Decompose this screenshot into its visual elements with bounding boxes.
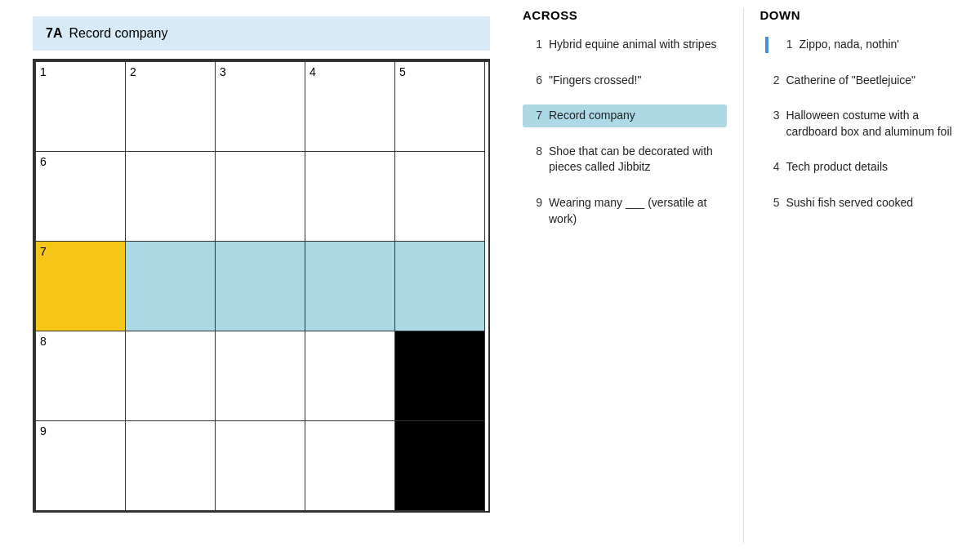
grid-cell[interactable] (395, 152, 485, 242)
grid-cell[interactable]: 7 (36, 242, 126, 331)
clue-number: 5 (765, 195, 780, 211)
active-clue-header: 7ARecord company (33, 16, 490, 51)
grid-cell[interactable]: 5 (395, 62, 485, 152)
clue-text: Zippo, nada, nothin' (800, 37, 900, 53)
clue-number: 7 (528, 108, 542, 124)
grid-cell[interactable] (216, 242, 305, 331)
grid-cell[interactable]: 1 (36, 62, 126, 152)
grid-cell[interactable] (395, 242, 485, 331)
clue-number: 1 (528, 37, 542, 53)
cell-number: 1 (40, 65, 47, 78)
grid-cell[interactable] (305, 331, 395, 421)
clues-panel: ACROSS 1Hybrid equine animal with stripe… (506, 0, 980, 551)
across-clue-item[interactable]: 8Shoe that can be decorated with pieces … (523, 140, 727, 179)
down-clues-list: 1Zippo, nada, nothin'2Catherine of "Beet… (760, 33, 964, 215)
clue-number: 3 (765, 108, 780, 140)
cell-number: 3 (220, 65, 226, 78)
across-clue-item[interactable]: 9Wearing many ___ (versatile at work) (523, 192, 727, 230)
grid-cell[interactable] (395, 421, 485, 511)
clue-text: Hybrid equine animal with stripes (549, 37, 716, 53)
down-indicator (765, 37, 768, 53)
cell-number: 2 (130, 65, 136, 78)
cell-number: 9 (40, 424, 47, 438)
grid-cell[interactable] (395, 331, 485, 421)
clue-number: 4 (765, 159, 780, 176)
grid-cell[interactable]: 6 (36, 152, 126, 242)
clue-number: 9 (528, 195, 542, 227)
clue-text: Tech product details (786, 159, 889, 176)
clue-text: Record company (549, 108, 635, 124)
grid-cell[interactable] (126, 152, 216, 242)
clue-text: Sushi fish served cooked (786, 195, 914, 211)
across-section: ACROSS 1Hybrid equine animal with stripe… (506, 8, 744, 543)
across-clue-item[interactable]: 7Record company (523, 104, 727, 127)
grid-cell[interactable]: 2 (126, 62, 216, 152)
active-clue-id: 7A (46, 26, 62, 40)
down-clue-item[interactable]: 3Halloween costume with a cardboard box … (760, 104, 964, 143)
grid-cell[interactable] (305, 152, 395, 242)
clue-number: 8 (528, 144, 542, 176)
cell-number: 6 (40, 155, 47, 168)
across-clue-item[interactable]: 1Hybrid equine animal with stripes (523, 33, 727, 56)
clue-number: 2 (765, 73, 780, 89)
grid-cell[interactable] (305, 242, 395, 331)
cell-number: 8 (40, 335, 47, 348)
clue-text: "Fingers crossed!" (549, 73, 641, 89)
cell-number: 7 (40, 245, 47, 258)
grid-cell[interactable] (216, 331, 305, 421)
grid-cell[interactable] (126, 242, 216, 331)
down-title: DOWN (760, 8, 964, 22)
grid-cell[interactable] (305, 421, 395, 511)
grid-cell[interactable]: 3 (216, 62, 305, 152)
grid-cell[interactable]: 4 (305, 62, 395, 152)
down-clue-item[interactable]: 2Catherine of "Beetlejuice" (760, 69, 964, 92)
active-clue-text: Record company (69, 26, 167, 40)
clue-text: Wearing many ___ (versatile at work) (549, 195, 722, 227)
grid-cell[interactable] (216, 421, 305, 511)
cell-number: 5 (399, 65, 406, 78)
clue-text: Catherine of "Beetlejuice" (786, 73, 916, 89)
grid-cell[interactable]: 8 (36, 331, 126, 421)
clue-number: 6 (528, 73, 542, 89)
clue-text: Halloween costume with a cardboard box a… (786, 108, 960, 140)
clue-text: Shoe that can be decorated with pieces c… (549, 144, 722, 176)
crossword-grid-wrapper: 123456789 (33, 59, 490, 513)
down-clue-item[interactable]: 5Sushi fish served cooked (760, 192, 964, 215)
down-clue-item[interactable]: 4Tech product details (760, 156, 964, 179)
grid-cell[interactable]: 9 (36, 421, 126, 511)
grid-cell[interactable] (216, 152, 305, 242)
down-clue-item[interactable]: 1Zippo, nada, nothin' (760, 33, 964, 56)
grid-cell[interactable] (126, 331, 216, 421)
crossword-grid: 123456789 (34, 60, 488, 511)
across-title: ACROSS (523, 8, 727, 22)
cell-number: 4 (310, 65, 316, 78)
grid-cell[interactable] (126, 421, 216, 511)
across-clue-item[interactable]: 6"Fingers crossed!" (523, 69, 727, 92)
across-clues-list: 1Hybrid equine animal with stripes6"Fing… (523, 33, 727, 230)
clue-number: 1 (778, 37, 793, 53)
crossword-panel: 7ARecord company 123456789 (0, 0, 506, 551)
down-section: DOWN 1Zippo, nada, nothin'2Catherine of … (744, 8, 981, 543)
